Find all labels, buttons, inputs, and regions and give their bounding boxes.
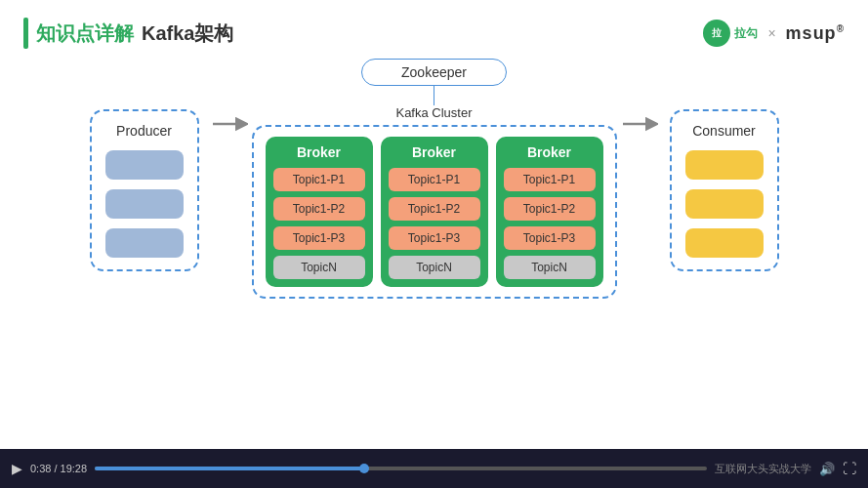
producer-dashed-box: Producer	[90, 109, 199, 271]
topic-1p1-broker2: Topic1-P1	[389, 168, 480, 191]
lagou-logo: 拉 拉勾	[703, 20, 758, 47]
progress-bar[interactable]	[95, 467, 707, 470]
play-icon[interactable]: ▶	[12, 461, 22, 476]
msup-logo: msup®	[786, 23, 845, 44]
kafka-cluster-border: Broker Topic1-P1 Topic1-P2 Topic1-P3 Top…	[252, 125, 617, 299]
consumer-dashed-box: Consumer	[670, 109, 779, 271]
time-display: 0:38 / 19:28	[30, 463, 87, 474]
topic-1p2-broker3: Topic1-P2	[504, 197, 596, 221]
producer-label: Producer	[116, 123, 172, 139]
progress-dot	[359, 464, 369, 473]
topic-1p3-broker1: Topic1-P3	[273, 226, 365, 250]
broker-label-3: Broker	[504, 144, 596, 160]
cross-symbol: ×	[767, 25, 775, 41]
main-diagram-row: Producer Zookeeper	[23, 59, 845, 299]
producer-rect-2	[105, 189, 184, 219]
slide: 知识点详解 Kafka架构 拉 拉勾 × msup® Producer	[0, 0, 868, 449]
logo-area: 拉 拉勾 × msup®	[703, 20, 845, 47]
title-bar: 知识点详解 Kafka架构	[23, 18, 233, 49]
fullscreen-icon[interactable]: ⛶	[843, 461, 856, 476]
consumer-rect-2	[685, 189, 764, 219]
topic-1p2-broker1: Topic1-P2	[273, 197, 365, 221]
broker-label-1: Broker	[273, 144, 365, 160]
center-section: Zookeeper Kafka Cluster Broker Topic1-P1…	[252, 59, 617, 299]
producer-rect-1	[105, 150, 184, 180]
topic-1p3-broker3: Topic1-P3	[504, 226, 596, 250]
producer-rect-3	[105, 228, 184, 258]
consumer-rect-1	[685, 150, 764, 180]
right-arrow-icon	[621, 112, 658, 136]
broker-box-3: Broker Topic1-P1 Topic1-P2 Topic1-P3 Top…	[496, 137, 603, 287]
lagou-text: 拉勾	[734, 25, 758, 42]
left-arrow-icon	[211, 112, 248, 136]
kafka-cluster-label: Kafka Cluster	[395, 105, 472, 120]
topic-1p3-broker2: Topic1-P3	[389, 226, 480, 250]
watermark-text: 互联网大头实战大学	[715, 462, 811, 476]
title-zh: 知识点详解	[36, 20, 134, 47]
controls-bar: ▶ 0:38 / 19:28 互联网大头实战大学 🔊 ⛶	[0, 449, 868, 488]
broker-box-1: Broker Topic1-P1 Topic1-P2 Topic1-P3 Top…	[266, 137, 373, 287]
zookeeper-area: Zookeeper	[361, 59, 507, 105]
topicn-broker1: TopicN	[273, 256, 365, 279]
topic-1p1-broker3: Topic1-P1	[504, 168, 596, 191]
header: 知识点详解 Kafka架构 拉 拉勾 × msup®	[23, 18, 845, 49]
topic-1p2-broker2: Topic1-P2	[389, 197, 480, 221]
consumer-rect-3	[685, 228, 764, 258]
zk-connector-line	[434, 86, 435, 105]
broker-box-2: Broker Topic1-P1 Topic1-P2 Topic1-P3 Top…	[381, 137, 488, 287]
consumer-label: Consumer	[692, 123, 756, 139]
zookeeper-box: Zookeeper	[361, 59, 507, 86]
right-arrow-area	[621, 59, 658, 136]
lagou-circle-icon: 拉	[703, 20, 730, 47]
topicn-broker2: TopicN	[389, 256, 480, 279]
title-en: Kafka架构	[142, 20, 233, 47]
progress-bar-fill	[95, 467, 364, 470]
producer-section: Producer	[90, 109, 199, 271]
topic-1p1-broker1: Topic1-P1	[273, 168, 365, 191]
kafka-cluster-wrapper: Kafka Cluster Broker Topic1-P1 Topic1-P2…	[252, 105, 617, 299]
left-arrow-area	[211, 59, 248, 136]
volume-icon[interactable]: 🔊	[819, 462, 835, 476]
topicn-broker3: TopicN	[504, 256, 596, 279]
green-bar-decoration	[23, 18, 28, 49]
consumer-section: Consumer	[670, 109, 779, 271]
broker-label-2: Broker	[389, 144, 480, 160]
